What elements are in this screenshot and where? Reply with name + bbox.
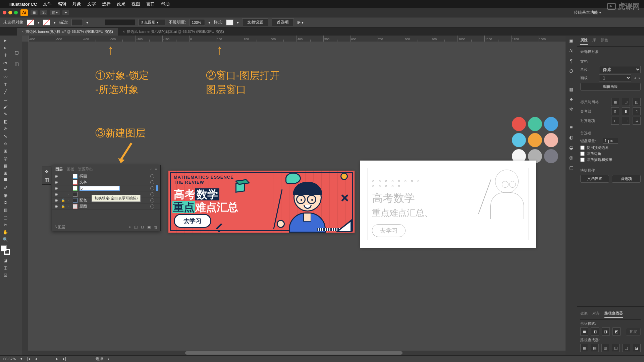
tab-layers[interactable]: 图层 <box>55 167 63 172</box>
selection-tool-icon[interactable]: ▸ <box>1 37 9 44</box>
graphic-style-swatch[interactable] <box>226 19 233 25</box>
scale-tool-icon[interactable]: ⤡ <box>1 133 9 139</box>
rectangle-tool-icon[interactable]: ▭ <box>1 96 9 103</box>
stroke-panel-icon[interactable]: ≡ <box>570 125 573 130</box>
next-artboard-icon[interactable]: ▸ <box>639 76 641 80</box>
transparency-panel-icon[interactable]: ◒ <box>569 145 573 150</box>
prev-artboard-icon[interactable]: ◂ <box>634 76 636 80</box>
artboard-nav-first-icon[interactable]: |◂ <box>27 357 30 361</box>
layers-panel[interactable]: ❖ ▥ 图层 画板 资源导出 ‹‹ ≡ ◉ 插画 <box>52 165 161 231</box>
bridge-icon[interactable]: ▦ <box>31 10 38 15</box>
unite-icon[interactable]: ◼ <box>580 327 588 336</box>
draw-mode-icon[interactable]: ◫ <box>1 264 9 271</box>
fill-stroke-control[interactable] <box>1 245 10 255</box>
type-tool-icon[interactable]: T <box>1 81 9 88</box>
collapse-icon[interactable]: ‹‹ <box>150 167 151 171</box>
menu-type[interactable]: 文字 <box>87 1 96 7</box>
layer-row[interactable]: ◉ 插画 <box>52 173 160 179</box>
clipping-mask-icon[interactable]: ◫ <box>134 225 138 229</box>
new-sublayer-icon[interactable]: ⊟ <box>141 225 144 229</box>
tab-transform[interactable]: 变换 <box>580 311 588 317</box>
target-icon[interactable] <box>150 186 154 190</box>
minus-front-icon[interactable]: ◧ <box>591 327 599 336</box>
character-icon[interactable]: A| <box>569 48 574 54</box>
artboard-nav-last-icon[interactable]: ▸| <box>63 357 66 361</box>
menu-effect[interactable]: 效果 <box>117 1 125 7</box>
minus-back-icon[interactable]: ◪ <box>633 344 641 352</box>
units-select[interactable]: 像素 <box>599 66 641 73</box>
tab-artboards[interactable]: 画板 <box>67 167 74 172</box>
minimize-window-icon[interactable] <box>8 11 12 14</box>
expand-icon[interactable]: › <box>67 199 71 202</box>
transparency-grid-icon[interactable]: ◫ <box>633 98 641 106</box>
target-icon[interactable] <box>150 204 154 208</box>
line-tool-icon[interactable]: ╱ <box>1 88 9 95</box>
free-transform-tool-icon[interactable]: ⊞ <box>1 147 9 154</box>
opentype-icon[interactable]: O <box>570 68 573 74</box>
layer-row[interactable]: ◉ 文字 <box>52 179 160 185</box>
screen-mode-icon[interactable]: ⊡ <box>1 272 9 278</box>
scale-strokes-checkbox[interactable] <box>580 158 585 162</box>
status-dropdown-icon[interactable]: ▸ <box>108 357 110 361</box>
graphic-styles-icon[interactable]: ▢ <box>569 165 574 170</box>
paintbrush-tool-icon[interactable]: 🖌 <box>1 103 9 110</box>
zoom-level[interactable]: 66.67% <box>3 357 16 361</box>
perspective-tool-icon[interactable]: ▦ <box>1 162 9 169</box>
exclude-icon[interactable]: ◩ <box>612 327 621 336</box>
shape-overlap-icon[interactable]: ◫ <box>13 60 21 67</box>
new-layer-icon[interactable]: ▣ <box>147 225 151 229</box>
mesh-tool-icon[interactable]: ⊞ <box>1 170 9 176</box>
tab-properties[interactable]: 属性 <box>580 38 588 45</box>
scale-corners-checkbox[interactable] <box>580 152 585 156</box>
intersect-icon[interactable]: ◨ <box>602 327 610 336</box>
lock-toggle-icon[interactable]: 🔒 <box>61 198 65 202</box>
layer-name-editing[interactable] <box>79 186 148 191</box>
width-tool-icon[interactable]: ⎋ <box>1 140 9 147</box>
preview-bounds-checkbox[interactable] <box>580 145 585 150</box>
visibility-toggle-icon[interactable]: ◉ <box>54 174 59 178</box>
lock-toggle-icon[interactable]: 🔒 <box>61 204 65 208</box>
visibility-toggle-icon[interactable]: ◉ <box>54 198 59 202</box>
menu-edit[interactable]: 编辑 <box>58 1 66 7</box>
slice-tool-icon[interactable]: ✂ <box>1 221 9 228</box>
align-to-icon[interactable]: ⊯ ▾ <box>297 20 304 25</box>
key-increment-input[interactable] <box>603 138 618 144</box>
shape-builder-tool-icon[interactable]: ◎ <box>1 155 9 162</box>
magic-wand-tool-icon[interactable]: ✳ <box>1 52 9 58</box>
tab-pathfinder[interactable]: 路径查找器 <box>604 311 623 318</box>
outline-icon[interactable]: ▢ <box>622 344 630 352</box>
zoom-tool-icon[interactable]: 🔍 <box>1 236 9 243</box>
stock-icon[interactable]: St <box>40 10 47 15</box>
snap-grid-icon[interactable]: ⊒ <box>633 117 641 125</box>
artboard-nav-prev-icon[interactable]: ◂ <box>35 357 37 361</box>
snap-point-icon[interactable]: ⊐ <box>622 117 630 125</box>
stroke-swatch[interactable] <box>43 19 50 25</box>
tab-asset-export[interactable]: 资源导出 <box>78 167 93 172</box>
appearance-icon[interactable]: ◎ <box>569 155 573 160</box>
fill-dropdown-icon[interactable]: ▾ <box>38 20 40 25</box>
document-tab[interactable]: ×描边风-banner演示稿的副本.ai @ 66.67% (RGB/GPU 预… <box>118 28 229 36</box>
stroke-weight-stepper-icon[interactable]: ▾ <box>86 20 88 25</box>
menu-view[interactable]: 视图 <box>131 1 140 7</box>
fill-swatch[interactable] <box>27 19 34 25</box>
delete-layer-icon[interactable]: 🗑 <box>154 225 158 229</box>
visibility-toggle-icon[interactable]: ◉ <box>54 204 59 208</box>
layer-row[interactable]: ◉ <box>52 185 160 191</box>
locate-layer-icon[interactable]: ⌖ <box>129 225 131 229</box>
target-icon[interactable] <box>150 192 154 196</box>
eraser-tool-icon[interactable]: ◧ <box>1 118 9 125</box>
close-tab-icon[interactable]: × <box>123 29 125 34</box>
ruler-toggle-icon[interactable]: ▦ <box>611 98 619 106</box>
stroke-profile[interactable]: 3 点圆形 <box>139 19 165 26</box>
target-icon[interactable] <box>150 174 154 178</box>
brush-definition[interactable] <box>105 19 135 26</box>
opacity-input[interactable] <box>190 19 205 26</box>
grid-toggle-icon[interactable]: ⊞ <box>622 98 630 106</box>
layer-name[interactable]: 原图 <box>79 204 148 209</box>
guides-show-icon[interactable]: ▯ <box>611 107 619 115</box>
document-setup-button[interactable]: 文档设置 <box>242 18 268 26</box>
target-icon[interactable] <box>150 180 154 184</box>
layer-name[interactable]: 插画 <box>79 174 148 179</box>
brushes-icon[interactable]: ♣ <box>570 97 573 102</box>
tab-align[interactable]: 对齐 <box>592 311 600 317</box>
